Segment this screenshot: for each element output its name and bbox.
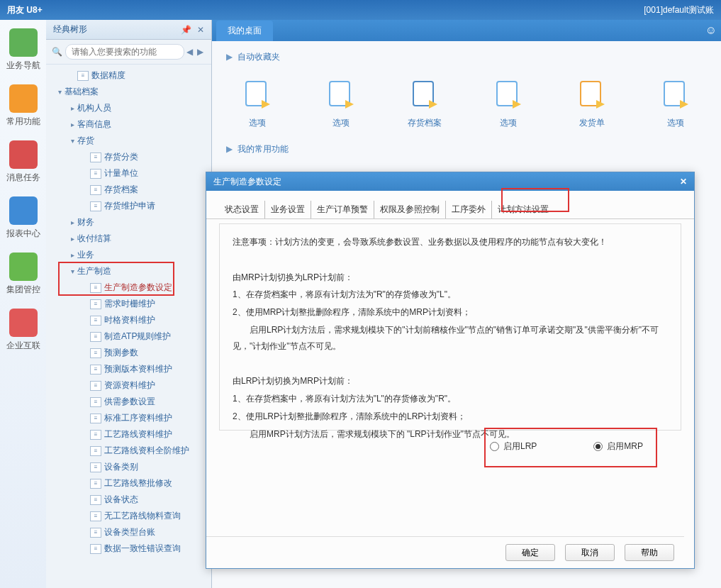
shortcut-item[interactable]: 选项 xyxy=(659,77,693,129)
dialog-tab[interactable]: 业务设置 xyxy=(265,201,311,218)
tree-node[interactable]: ≡数据一致性错误查询 xyxy=(49,540,211,557)
leftbar-icon xyxy=(9,84,38,113)
tree-node[interactable]: ▸业务 xyxy=(49,247,211,263)
tree-node[interactable]: ▸财务 xyxy=(49,214,211,231)
notice-text: 注意事项：计划方法的变更，会导致系统参数设置、业务数据以及使用程序的功能节点有较… xyxy=(233,234,668,250)
tree-label: 供需参数设置 xyxy=(104,396,155,408)
sec1-l1: 1、在存货档案中，将原有计划方法为"R"的存货修改为"L"。 xyxy=(233,287,668,303)
doc-icon: ≡ xyxy=(90,511,101,521)
tree-label: 需求时栅维护 xyxy=(104,298,155,310)
fav-label: 自动收藏夹 xyxy=(237,52,280,62)
tree-label: 收付结算 xyxy=(77,233,111,245)
doc-icon: ≡ xyxy=(90,152,101,162)
doc-icon: ≡ xyxy=(90,397,101,407)
tree-node[interactable]: ≡制造ATP规则维护 xyxy=(49,328,211,345)
leftbar-item[interactable]: 报表中心 xyxy=(6,196,40,240)
doc-icon: ≡ xyxy=(90,462,101,472)
chevron-icon: ▸ xyxy=(67,218,77,226)
ok-button[interactable]: 确定 xyxy=(505,544,555,561)
tree-node[interactable]: ▸客商信息 xyxy=(49,116,211,133)
search-prev-icon[interactable]: ◀ xyxy=(184,47,195,57)
tree-node[interactable]: ≡设备类型台账 xyxy=(49,524,211,540)
dialog-tab[interactable]: 生产订单预警 xyxy=(311,201,374,218)
doc-icon: ≡ xyxy=(90,544,101,554)
tree-label: 预测版本资料维护 xyxy=(104,363,172,375)
leftbar-item[interactable]: 企业互联 xyxy=(6,309,40,352)
dialog-close-icon[interactable]: ✕ xyxy=(680,177,687,187)
dialog-tab[interactable]: 权限及参照控制 xyxy=(374,201,446,218)
leftbar-icon xyxy=(9,28,38,57)
chevron-icon: ▸ xyxy=(67,104,77,112)
shortcut-label: 选项 xyxy=(249,117,266,129)
tree-node[interactable]: ≡资源资料维护 xyxy=(49,377,211,394)
tab-desktop[interactable]: 我的桌面 xyxy=(216,21,273,41)
tree-label: 设备状态 xyxy=(104,494,138,506)
tree-node[interactable]: ≡供需参数设置 xyxy=(49,394,211,410)
sec2-title: 由LRP计划切换为MRP计划前： xyxy=(233,373,668,389)
cancel-button[interactable]: 取消 xyxy=(565,544,615,561)
shortcut-item[interactable]: 存货档案 xyxy=(408,77,442,129)
tree-node[interactable]: ≡需求时栅维护 xyxy=(49,296,211,312)
tree-node[interactable]: ≡工艺路线资料全阶维护 xyxy=(49,443,211,459)
smile-icon[interactable]: ☺ xyxy=(705,24,717,37)
tree-node[interactable]: ≡工艺路线整批修改 xyxy=(49,475,211,492)
tree-node[interactable]: ≡标准工序资料维护 xyxy=(49,410,211,426)
radio-icon xyxy=(593,442,603,451)
leftbar-item[interactable]: 集团管控 xyxy=(6,253,40,296)
search-row: 🔍 ◀ ▶ xyxy=(46,40,211,65)
radio-group: 启用LRP 启用MRP xyxy=(490,440,643,453)
tree-label: 设备类型台账 xyxy=(104,526,155,538)
tree-label: 业务 xyxy=(77,249,94,261)
tree-node[interactable]: ▾基础档案 xyxy=(49,84,211,100)
tree-node[interactable]: ≡预测参数 xyxy=(49,345,211,361)
dialog-body: 注意事项：计划方法的变更，会导致系统参数设置、业务数据以及使用程序的功能节点有较… xyxy=(219,223,681,431)
tree-node[interactable]: ≡计量单位 xyxy=(49,165,211,182)
dialog-buttons: 确定 取消 帮助 xyxy=(206,536,684,561)
leftbar-item[interactable]: 消息任务 xyxy=(6,140,40,184)
tree-node[interactable]: ≡存货分类 xyxy=(49,149,211,165)
tree-label: 无工艺路线物料查询 xyxy=(104,510,181,522)
tree-node[interactable]: ▸机构人员 xyxy=(49,100,211,116)
tree-node[interactable]: ≡预测版本资料维护 xyxy=(49,361,211,377)
leftbar-icon xyxy=(9,253,38,281)
shortcut-label: 选项 xyxy=(332,117,350,129)
shortcut-item[interactable]: 选项 xyxy=(491,77,525,129)
radio-lrp[interactable]: 启用LRP xyxy=(490,440,537,453)
leftbar-item[interactable]: 常用功能 xyxy=(6,84,40,128)
shortcut-item[interactable]: 选项 xyxy=(240,77,274,129)
help-button[interactable]: 帮助 xyxy=(625,544,674,561)
leftbar-label: 企业互联 xyxy=(6,340,40,352)
tree-node[interactable]: ≡工艺路线资料维护 xyxy=(49,426,211,443)
dialog-tab[interactable]: 工序委外 xyxy=(446,201,492,218)
leftbar-item[interactable]: 业务导航 xyxy=(6,28,40,72)
doc-icon: ≡ xyxy=(90,479,101,489)
tree-node[interactable]: ≡存货维护申请 xyxy=(49,198,211,214)
tree-node[interactable]: ≡无工艺路线物料查询 xyxy=(49,508,211,524)
titlebar: 用友 U8+ [001]default测试账 xyxy=(0,0,721,20)
pin-icon[interactable]: 📌 xyxy=(181,25,191,35)
sec1-title: 由MRP计划切换为LRP计划前： xyxy=(233,270,668,286)
tree-node[interactable]: ≡数据精度 xyxy=(49,67,211,84)
shortcut-item[interactable]: 发货单 xyxy=(575,77,609,129)
tree-label: 标准工序资料维护 xyxy=(104,412,172,424)
tree-node[interactable]: ≡存货档案 xyxy=(49,182,211,198)
side-panel: 经典树形 📌 ✕ 🔍 ◀ ▶ ≡数据精度▾基础档案▸机构人员▸客商信息▾存货≡存… xyxy=(46,20,212,588)
tree-node[interactable]: ≡时格资料维护 xyxy=(49,312,211,328)
shortcut-label: 存货档案 xyxy=(408,117,442,129)
chevron-right-icon: ▶ xyxy=(226,144,233,154)
radio-icon xyxy=(490,442,499,451)
tree-node[interactable]: ▾存货 xyxy=(49,133,211,149)
common-section[interactable]: ▶ 我的常用功能 xyxy=(226,143,707,155)
shortcut-item[interactable]: 选项 xyxy=(324,77,358,129)
dialog-tab[interactable]: 状态设置 xyxy=(219,201,265,218)
tree-node[interactable]: ≡设备状态 xyxy=(49,492,211,508)
tree-node[interactable]: ▸收付结算 xyxy=(49,231,211,247)
search-input[interactable] xyxy=(65,44,184,60)
search-next-icon[interactable]: ▶ xyxy=(195,47,206,57)
doc-icon: ≡ xyxy=(90,316,101,326)
tree-node[interactable]: ≡设备类别 xyxy=(49,459,211,475)
fav-section[interactable]: ▶ 自动收藏夹 xyxy=(226,51,707,63)
tree-label: 工艺路线资料全阶维护 xyxy=(104,445,189,457)
close-icon[interactable]: ✕ xyxy=(197,25,204,35)
radio-mrp[interactable]: 启用MRP xyxy=(593,440,643,453)
